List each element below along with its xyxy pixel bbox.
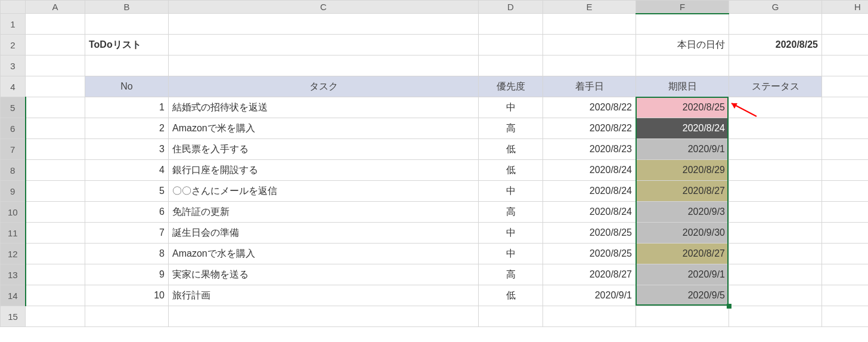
row-header-2[interactable]: 2 — [1, 35, 26, 56]
cell-A4[interactable] — [26, 76, 85, 97]
cell-C4-header-task[interactable]: タスク — [169, 76, 479, 97]
cell-C12-task[interactable]: Amazonで水を購入 — [169, 244, 479, 264]
row-header-5[interactable]: 5 — [1, 97, 26, 118]
cell-C7-task[interactable]: 住民票を入手する — [169, 139, 479, 160]
cell-D11-priority[interactable]: 中 — [479, 223, 543, 244]
cell-G12-status[interactable] — [729, 244, 822, 264]
cell-E8-start[interactable]: 2020/8/24 — [543, 160, 636, 181]
cell-F4-header-due[interactable]: 期限日 — [636, 76, 729, 97]
cell-E11-start[interactable]: 2020/8/25 — [543, 223, 636, 244]
select-all-corner[interactable] — [1, 1, 26, 14]
cell-B8-no[interactable]: 4 — [85, 160, 169, 181]
cell-C5-task[interactable]: 結婚式の招待状を返送 — [169, 97, 479, 118]
cell-G15[interactable] — [729, 306, 822, 327]
cell-E12-start[interactable]: 2020/8/25 — [543, 244, 636, 264]
col-header-B[interactable]: B — [85, 1, 169, 14]
cell-A10[interactable] — [26, 202, 85, 223]
cell-C2[interactable] — [169, 35, 479, 56]
col-header-C[interactable]: C — [169, 1, 479, 14]
cell-D2[interactable] — [479, 35, 543, 56]
cell-C15[interactable] — [169, 306, 479, 327]
cell-H10[interactable] — [822, 202, 869, 223]
cell-E6-start[interactable]: 2020/8/22 — [543, 118, 636, 139]
cell-H3[interactable] — [822, 56, 869, 76]
spreadsheet-grid[interactable]: A B C D E F G H 1 2 ToDoリスト 本日の日付 2020/8… — [0, 0, 868, 327]
cell-B1[interactable] — [85, 14, 169, 35]
cell-E5-start[interactable]: 2020/8/22 — [543, 97, 636, 118]
row-header-1[interactable]: 1 — [1, 14, 26, 35]
cell-C13-task[interactable]: 実家に果物を送る — [169, 264, 479, 285]
cell-D13-priority[interactable]: 高 — [479, 264, 543, 285]
cell-B10-no[interactable]: 6 — [85, 202, 169, 223]
cell-D1[interactable] — [479, 14, 543, 35]
cell-G11-status[interactable] — [729, 223, 822, 244]
cell-D8-priority[interactable]: 低 — [479, 160, 543, 181]
cell-B13-no[interactable]: 9 — [85, 264, 169, 285]
cell-F2-today-label[interactable]: 本日の日付 — [636, 35, 729, 56]
cell-G10-status[interactable] — [729, 202, 822, 223]
row-header-14[interactable]: 14 — [1, 285, 26, 306]
cell-G5-status[interactable] — [729, 97, 822, 118]
cell-D6-priority[interactable]: 高 — [479, 118, 543, 139]
cell-H13[interactable] — [822, 264, 869, 285]
cell-G7-status[interactable] — [729, 139, 822, 160]
cell-A15[interactable] — [26, 306, 85, 327]
cell-G13-status[interactable] — [729, 264, 822, 285]
cell-B6-no[interactable]: 2 — [85, 118, 169, 139]
cell-G3[interactable] — [729, 56, 822, 76]
cell-G14-status[interactable] — [729, 285, 822, 306]
cell-A6[interactable] — [26, 118, 85, 139]
row-header-12[interactable]: 12 — [1, 244, 26, 264]
cell-E2[interactable] — [543, 35, 636, 56]
cell-H8[interactable] — [822, 160, 869, 181]
cell-B11-no[interactable]: 7 — [85, 223, 169, 244]
cell-C6-task[interactable]: Amazonで米を購入 — [169, 118, 479, 139]
cell-C9-task[interactable]: 〇〇さんにメールを返信 — [169, 181, 479, 202]
cell-H5[interactable] — [822, 97, 869, 118]
cell-D4-header-priority[interactable]: 優先度 — [479, 76, 543, 97]
cell-B15[interactable] — [85, 306, 169, 327]
cell-D15[interactable] — [479, 306, 543, 327]
cell-C14-task[interactable]: 旅行計画 — [169, 285, 479, 306]
row-header-3[interactable]: 3 — [1, 56, 26, 76]
cell-H1[interactable] — [822, 14, 869, 35]
cell-C3[interactable] — [169, 56, 479, 76]
col-header-G[interactable]: G — [729, 1, 822, 14]
cell-E4-header-start[interactable]: 着手日 — [543, 76, 636, 97]
cell-H9[interactable] — [822, 181, 869, 202]
cell-D5-priority[interactable]: 中 — [479, 97, 543, 118]
cell-E1[interactable] — [543, 14, 636, 35]
cell-B5-no[interactable]: 1 — [85, 97, 169, 118]
col-header-A[interactable]: A — [26, 1, 85, 14]
cell-H14[interactable] — [822, 285, 869, 306]
cell-B14-no[interactable]: 10 — [85, 285, 169, 306]
cell-F6-due[interactable]: 2020/8/24 — [636, 118, 729, 139]
cell-D7-priority[interactable]: 低 — [479, 139, 543, 160]
cell-B9-no[interactable]: 5 — [85, 181, 169, 202]
cell-C1[interactable] — [169, 14, 479, 35]
cell-F7-due[interactable]: 2020/9/1 — [636, 139, 729, 160]
cell-A5[interactable] — [26, 97, 85, 118]
cell-A8[interactable] — [26, 160, 85, 181]
cell-G9-status[interactable] — [729, 181, 822, 202]
cell-A3[interactable] — [26, 56, 85, 76]
cell-D3[interactable] — [479, 56, 543, 76]
cell-H15[interactable] — [822, 306, 869, 327]
cell-F12-due[interactable]: 2020/8/27 — [636, 244, 729, 264]
cell-H12[interactable] — [822, 244, 869, 264]
col-header-D[interactable]: D — [479, 1, 543, 14]
row-header-13[interactable]: 13 — [1, 264, 26, 285]
row-header-6[interactable]: 6 — [1, 118, 26, 139]
cell-D14-priority[interactable]: 低 — [479, 285, 543, 306]
cell-C10-task[interactable]: 免許証の更新 — [169, 202, 479, 223]
row-header-8[interactable]: 8 — [1, 160, 26, 181]
cell-B3[interactable] — [85, 56, 169, 76]
cell-A2[interactable] — [26, 35, 85, 56]
cell-F9-due[interactable]: 2020/8/27 — [636, 181, 729, 202]
row-header-15[interactable]: 15 — [1, 306, 26, 327]
cell-H6[interactable] — [822, 118, 869, 139]
row-header-4[interactable]: 4 — [1, 76, 26, 97]
cell-E10-start[interactable]: 2020/8/24 — [543, 202, 636, 223]
cell-H4[interactable] — [822, 76, 869, 97]
cell-B7-no[interactable]: 3 — [85, 139, 169, 160]
